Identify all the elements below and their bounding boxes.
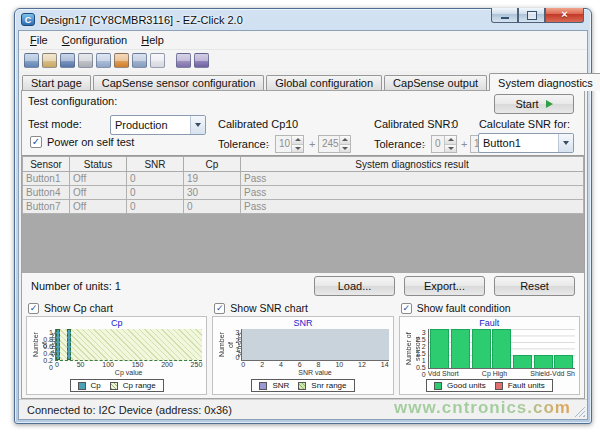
generate-report-icon[interactable] [150,53,165,68]
cp-plot-bars [56,329,202,360]
table-row[interactable]: Button4Off030Pass [23,186,584,200]
snr-tolerance-minus-spinner[interactable]: 0 [431,135,457,153]
cp-x-ticks: 050100150200250 [55,361,202,369]
cp-chart-panel: Cp Number of sensors 10.80.60.40.20 0501… [26,316,207,395]
menu-file[interactable]: File [23,33,55,47]
start-button[interactable]: Start [494,94,574,114]
fault-legend: Good units Fault units [426,379,553,392]
app-window: C Design17 [CY8CMBR3116] - EZ-Click 2.0 … [14,8,592,424]
snr-plot-area [241,329,388,361]
snr-tolerance-label: Tolerance: [374,138,425,150]
tab-global-configuration[interactable]: Global configuration [266,75,382,90]
open-design-icon[interactable] [42,53,57,68]
toolbar [19,50,587,71]
apply-to-device-icon[interactable] [132,53,147,68]
cp-plot-area [55,329,202,361]
app-icon: C [21,13,35,26]
spinner-arrows-icon[interactable] [444,136,456,152]
test-mode-label: Test mode: [28,118,82,130]
checkbox-checked-icon [401,303,412,314]
calibrated-snr-label: Calibrated SNR: [374,118,453,130]
watermark: www.cntronics.com [394,398,571,418]
fault-units-legend-swatch [495,382,503,390]
power-on-self-test-checkbox[interactable]: Power on self test [30,136,134,148]
fault-bar [554,355,573,368]
calculate-snr-for-dropdown[interactable]: Button1 [478,133,574,153]
fault-bar [451,329,470,368]
show-cp-chart-checkbox[interactable]: Show Cp chart [26,300,207,316]
menu-configuration[interactable]: Configuration [55,33,134,47]
charts-section: Show Cp chart Cp Number of sensors 10.80… [22,299,584,398]
fault-chart-panel: Fault Number of sensors 32.521.510.50 Vd… [399,316,580,395]
table-row[interactable]: Button1Off019Pass [23,172,584,186]
find-device-icon[interactable] [194,53,209,68]
compare-designs-icon[interactable] [176,53,191,68]
cp-y-axis-label: Number of sensors [31,329,40,361]
new-design-icon[interactable] [24,53,39,68]
spinner-arrows-icon[interactable] [291,136,303,152]
test-mode-dropdown[interactable]: Production [110,115,206,135]
connect-device-icon[interactable] [114,53,129,68]
cp-chart-title: Cp [31,318,202,329]
diagnostics-table-body: Button1Off019PassButton4Off030PassButton… [23,172,584,214]
minus-sign: - [422,138,426,150]
snr-chart-panel: SNR Number of sensors 3210 02468101214 S… [212,316,393,395]
title-bar[interactable]: C Design17 [CY8CMBR3116] - EZ-Click 2.0 [18,9,588,30]
snr-range-legend-swatch [298,382,306,390]
checkbox-checked-icon [28,303,39,314]
show-fault-condition-checkbox[interactable]: Show fault condition [399,300,580,316]
fault-x-category-labels: Vdd ShortCp HighShield-Vdd Sh [428,369,575,378]
calibrated-snr-value: 0 [452,118,458,130]
tab-capsense-sensor-configuration[interactable]: CapSense sensor configuration [93,75,264,90]
test-configuration-label: Test configuration: [28,95,117,107]
fault-bar [492,329,511,368]
table-row[interactable]: Button7Off00Pass [23,200,584,214]
menu-help[interactable]: Help [134,33,171,47]
spinner-arrows-icon[interactable] [339,136,350,152]
snr-y-axis-label: Number of sensors [217,329,226,361]
plus-sign: + [309,138,315,150]
resize-grip-icon[interactable] [574,406,585,417]
print-icon[interactable] [78,53,93,68]
system-diagnostics-panel: Test configuration: Start Test mode: Pro… [21,90,585,399]
export-file-icon[interactable] [96,53,111,68]
fault-y-axis-label: Number of sensors [404,329,413,369]
export-button[interactable]: Export... [404,276,485,296]
reset-button[interactable]: Reset [494,276,575,296]
cp-bar [56,329,60,360]
play-icon [546,100,553,108]
calibrated-cp-value: 10 [286,118,298,130]
snr-x-axis-label: SNR value [241,369,388,378]
cp-bar [67,329,71,360]
load-button[interactable]: Load... [314,276,395,296]
cp-legend: Cp Cp range [70,379,164,392]
snr-chart-column: Show SNR chart SNR Number of sensors 321… [212,300,393,395]
minus-sign: - [266,138,270,150]
chevron-down-icon [190,116,205,134]
connection-status-text: Connected to: I2C Device (address: 0x36) [27,404,232,416]
number-of-units-label: Number of units: 1 [31,280,305,292]
good-units-legend-swatch [434,382,442,390]
cp-tolerance-plus-spinner[interactable]: 245 [318,135,351,153]
window-body: FileConfigurationHelp Start pageCapSense… [18,30,588,420]
tab-start-page[interactable]: Start page [22,75,91,90]
plus-sign: + [461,138,467,150]
snr-chart-title: SNR [217,318,388,329]
tab-capsense-output[interactable]: CapSense output [384,75,487,90]
tab-system-diagnostics[interactable]: System diagnostics [489,73,600,91]
status-bar: Connected to: I2C Device (address: 0x36)… [19,399,587,419]
save-design-icon[interactable] [60,53,75,68]
table-header-row: SensorStatusSNRCpSystem diagnostics resu… [23,157,584,172]
cp-range-legend-swatch [110,382,118,390]
cp-tolerance-label: Tolerance: [218,138,269,150]
cp-tolerance-minus-spinner[interactable]: 10 [275,135,304,153]
test-configuration-section: Test configuration: Start Test mode: Pro… [22,91,584,155]
fault-bar [430,329,449,368]
cp-chart-column: Show Cp chart Cp Number of sensors 10.80… [26,300,207,395]
maximize-button[interactable] [518,8,545,23]
show-snr-chart-checkbox[interactable]: Show SNR chart [212,300,393,316]
fault-plot-bars [429,329,575,368]
minimize-button[interactable] [491,8,518,23]
close-button[interactable] [545,8,584,23]
calculate-snr-label: Calculate SNR for: [479,118,570,130]
